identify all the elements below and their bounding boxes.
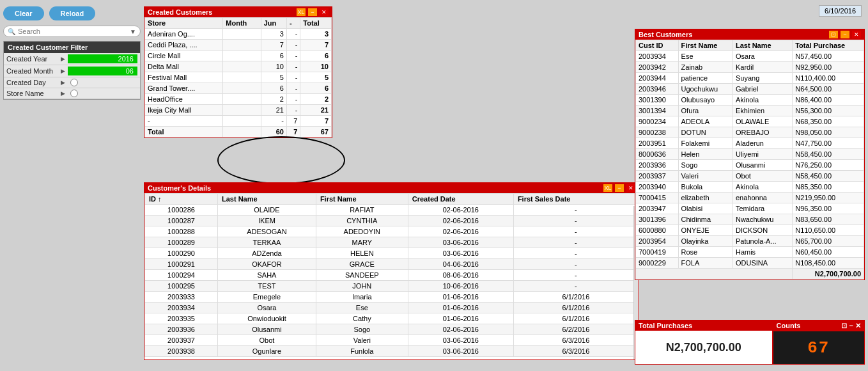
bc-cell-firstname: Helen (678, 149, 732, 160)
list-item: 9000234 ADEOLA OLAWALE N68,350.00 (636, 116, 864, 127)
cc-cell-store: Grand Tower.... (145, 83, 223, 94)
cd-cell-firstsales: - (513, 259, 638, 270)
bc-cell-total: N65,700.00 (793, 236, 864, 247)
bc-cell-firstname: Chidinma (678, 214, 732, 225)
table-row: 2003934 Osara Ese 01-06-2016 6/1/2016 (145, 303, 639, 313)
cd-cell-firstname: Valeri (316, 335, 408, 346)
bc-cell-custid: 3001394 (636, 106, 679, 116)
cc-cell-dash: - (286, 94, 300, 105)
cd-panel-controls: XL − ✕ (603, 184, 635, 192)
clear-button[interactable]: Clear (3, 6, 44, 20)
list-item: 3001396 Chidinma Nwachukwu N83,650.00 (636, 214, 864, 225)
created-customers-panel: Created Customers XL − ✕ Store Month Jun… (144, 6, 332, 138)
filter-title: Created Customer Filter (4, 42, 140, 53)
cd-col-created[interactable]: Created Date (408, 194, 513, 205)
bc-cell-firstname: Ese (678, 51, 732, 62)
filter-panel: Created Customer Filter Created Year ▶ 2… (3, 41, 141, 100)
bc-btn1[interactable]: ⊡ (829, 31, 838, 38)
filter-arrow-store[interactable]: ▶ (61, 90, 65, 97)
table-row-total: Total 60 7 67 (145, 127, 332, 138)
customer-details-title: Customer's Details (148, 184, 211, 192)
filter-radio-store[interactable] (70, 90, 78, 97)
cd-cell-firstsales: 6/2/2016 (513, 324, 638, 335)
table-row: Adeniran Og.... 3 - 3 (145, 29, 332, 40)
cc-cell-store: Ceddi Plaza, .... (145, 40, 223, 51)
cc-cell-store: Festival Mall (145, 72, 223, 83)
filter-row-store: Store Name ▶ (4, 88, 140, 99)
filter-value-year[interactable]: 2016 (68, 54, 137, 63)
bc-cell-custid: 2003934 (636, 51, 679, 62)
cc-cell-month (223, 105, 261, 116)
bc-cell-total: N64,500.00 (793, 84, 864, 95)
bc-cell-lastname: Akinola (732, 182, 792, 193)
bc-minimize[interactable]: − (841, 31, 849, 38)
cd-cell-lastname: ADESOGAN (218, 226, 316, 237)
bc-col-total: Total Purchase (793, 40, 864, 51)
cc-cell-dash: - (286, 72, 300, 83)
table-row: 1000291 OKAFOR GRACE 04-06-2016 - (145, 259, 639, 270)
bc-cell-firstname: elizabeth (678, 193, 732, 203)
counts-value-area: 67 (773, 331, 864, 364)
bc-cell-lastname: Aladerun (732, 138, 792, 149)
bc-cell-lastname: Nwachukwu (732, 214, 792, 225)
cc-cell-month (223, 94, 261, 105)
total-purchases-panel: Total Purchases N2,700,700.00 (635, 320, 773, 365)
cd-cell-firstname: SANDEEP (316, 270, 408, 281)
bc-cell-total: N110,400.00 (793, 73, 864, 84)
cc-cell-dash: - (286, 83, 300, 94)
cd-cell-lastname: Osara (218, 303, 316, 313)
bc-cell-firstname: Ofura (678, 106, 732, 116)
cd-cell-firstname: JOHN (316, 281, 408, 292)
cd-cell-id: 1000288 (145, 226, 218, 237)
cd-cell-firstsales: 6/3/2016 (513, 346, 638, 357)
reload-button[interactable]: Reload (49, 6, 96, 20)
cc-cell-total: 2 (300, 94, 332, 105)
cd-col-lastname[interactable]: Last Name (218, 194, 316, 205)
bc-cell-firstname: patience (678, 73, 732, 84)
table-row: 1000289 TERKAA MARY 03-06-2016 - (145, 237, 639, 248)
cd-cell-id: 2003933 (145, 292, 218, 303)
circle-overlay (217, 136, 345, 184)
cd-cell-firstname: ADEDOYIN (316, 226, 408, 237)
filter-radio-day[interactable] (70, 79, 78, 86)
dropdown-icon[interactable]: ▼ (130, 28, 136, 35)
cd-cell-firstsales: - (513, 237, 638, 248)
cd-minimize-button[interactable]: − (615, 184, 624, 192)
bc-cell-total: N47,750.00 (793, 138, 864, 149)
cc-cell-jun: 3 (261, 29, 286, 40)
filter-arrow-year[interactable]: ▶ (61, 56, 65, 62)
cd-cell-id: 1000289 (145, 237, 218, 248)
cd-close-button[interactable]: ✕ (626, 184, 635, 192)
bc-cell-total: N86,400.00 (793, 95, 864, 106)
list-item: 7000415 elizabeth enahonna N219,950.00 (636, 193, 864, 203)
cd-col-firstsales[interactable]: First Sales Date (513, 194, 638, 205)
cc-total-empty (223, 127, 261, 138)
bc-col-custid: Cust ID (636, 40, 679, 51)
bc-cell-lastname: Patunola-A... (732, 236, 792, 247)
cd-xl-button[interactable]: XL (603, 184, 612, 192)
filter-value-month[interactable]: 06 (68, 67, 137, 75)
filter-arrow-day[interactable]: ▶ (61, 79, 65, 86)
bc-cell-custid: 2003946 (636, 84, 679, 95)
bc-cell-custid: 2003942 (636, 62, 679, 73)
customer-details-title-bar: Customer's Details XL − ✕ (144, 183, 639, 193)
bc-cell-custid: 2003951 (636, 138, 679, 149)
filter-arrow-month[interactable]: ▶ (61, 68, 65, 74)
cd-cell-created: 08-06-2016 (408, 270, 513, 281)
bc-cell-custid: 3001396 (636, 214, 679, 225)
cd-cell-created: 02-06-2016 (408, 216, 513, 226)
cd-col-id[interactable]: ID ↑ (145, 194, 218, 205)
bc-cell-custid: 2003940 (636, 182, 679, 193)
search-input[interactable] (18, 28, 130, 35)
bc-cell-firstname: Bukola (678, 182, 732, 193)
minimize-button[interactable]: − (308, 8, 317, 16)
xl-button[interactable]: XL (297, 8, 306, 16)
bc-close[interactable]: ✕ (852, 31, 861, 38)
col-total: Total (300, 18, 332, 29)
cc-cell-jun: 10 (261, 61, 286, 72)
cd-cell-firstname: MARY (316, 237, 408, 248)
cc-cell-store: HeadOffice (145, 94, 223, 105)
close-button[interactable]: ✕ (320, 8, 329, 16)
cd-cell-id: 1000294 (145, 270, 218, 281)
cd-col-firstname[interactable]: First Name (316, 194, 408, 205)
